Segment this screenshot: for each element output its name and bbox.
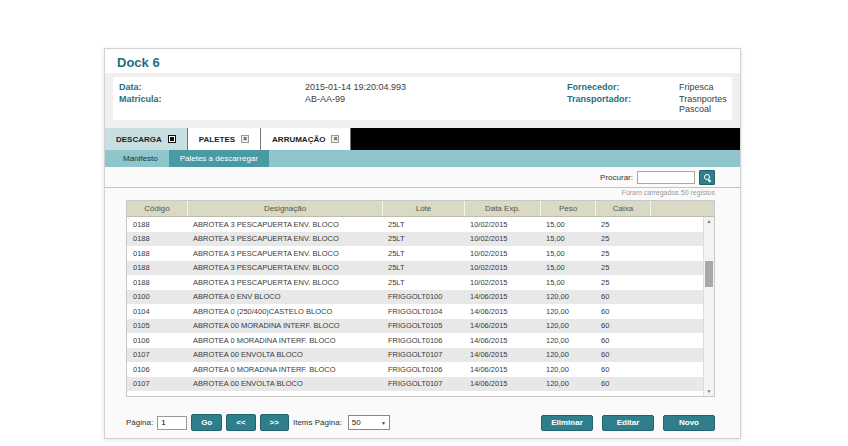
table-cell: 14/06/2015 (464, 307, 540, 316)
items-per-page-value: 50 (352, 418, 361, 427)
column-header-designacao[interactable]: Designação (187, 201, 382, 216)
table-cell: FRIGGOLT0106 (382, 336, 464, 345)
paletes-table: Código Designação Lote Data Exp. Peso Ca… (126, 200, 715, 397)
vertical-scrollbar[interactable]: ▲ ▼ (703, 217, 714, 396)
table-cell: 0104 (127, 307, 187, 316)
table-cell: FRIGGOLT0104 (382, 307, 464, 316)
column-header-codigo[interactable]: Código (127, 201, 187, 216)
page-number-input[interactable] (157, 416, 187, 430)
table-cell: FRIGGOLT0105 (382, 321, 464, 330)
table-row[interactable]: 0107ABROTEA 00 ENVOLTA BLOCOFRIGGOLT0107… (127, 348, 703, 363)
table-cell: 0100 (127, 292, 187, 301)
table-cell: 25 (595, 234, 650, 243)
scrollbar-thumb[interactable] (705, 261, 713, 287)
tab-paletes[interactable]: PALETES × (188, 128, 261, 150)
table-cell: ABROTEA 0 (250/400)CASTELO BLOCO (187, 307, 382, 316)
items-per-page-label: Items Página: (293, 418, 342, 427)
table-row[interactable]: 0104ABROTEA 0 (250/400)CASTELO BLOCOFRIG… (127, 304, 703, 319)
table-cell: 25LT (382, 220, 464, 229)
table-cell: 25 (595, 249, 650, 258)
column-header-data-exp[interactable]: Data Exp. (464, 201, 540, 216)
table-row[interactable]: 0110ABROTEA 0 MORADINA INTERF. BLOCOFRIG… (127, 391, 703, 396)
table-cell: 60 (595, 336, 650, 345)
tab-descarga[interactable]: DESCARGA (105, 128, 188, 150)
table-cell: 15,00 (540, 220, 595, 229)
table-cell: ABROTEA 00 ENVOLTA BLOCO (187, 379, 382, 388)
table-row[interactable]: 0188ABROTEA 3 PESCAPUERTA ENV. BLOCO25LT… (127, 275, 703, 290)
search-row: Procurar: (105, 167, 740, 188)
eliminar-button[interactable]: Eliminar (541, 415, 593, 431)
column-header-caixa[interactable]: Caixa (595, 201, 650, 216)
search-button[interactable] (699, 170, 715, 185)
column-header-filler (650, 201, 714, 216)
table-cell: ABROTEA 0 MORADINA INTERF. BLOCO (187, 394, 382, 396)
table-row[interactable]: 0188ABROTEA 3 PESCAPUERTA ENV. BLOCO25LT… (127, 246, 703, 261)
subtab-paletes-a-descarregar[interactable]: Paletes a descarregar (169, 150, 269, 167)
dock-window: Dock 6 Data: 2015-01-14 19:20:04.993 For… (104, 48, 741, 439)
table-cell: 0110 (127, 394, 187, 396)
editar-button[interactable]: Editar (602, 415, 654, 431)
subtab-bar: Manifesto Paletes a descarregar (105, 150, 740, 167)
scroll-down-icon[interactable]: ▼ (704, 387, 714, 396)
table-cell: 0188 (127, 263, 187, 272)
info-band: Data: 2015-01-14 19:20:04.993 Fornecedor… (105, 73, 740, 128)
table-cell: 120,00 (540, 365, 595, 374)
items-per-page-select[interactable]: 50 ▼ (348, 415, 390, 430)
table-row[interactable]: 0188ABROTEA 3 PESCAPUERTA ENV. BLOCO25LT… (127, 232, 703, 247)
table-cell: 0188 (127, 234, 187, 243)
table-row[interactable]: 0107ABROTEA 00 ENVOLTA BLOCOFRIGGOLT0107… (127, 377, 703, 392)
table-cell: 14/06/2015 (464, 321, 540, 330)
table-row[interactable]: 0188ABROTEA 3 PESCAPUERTA ENV. BLOCO25LT… (127, 217, 703, 232)
tab-arrumacao[interactable]: ARRUMAÇÃO × (261, 128, 351, 150)
go-button[interactable]: Go (191, 414, 222, 431)
info-panel: Data: 2015-01-14 19:20:04.993 Fornecedor… (113, 77, 732, 120)
table-cell: 0107 (127, 379, 187, 388)
table-row[interactable]: 0106ABROTEA 0 MORADINA INTERF. BLOCOFRIG… (127, 362, 703, 377)
next-page-button[interactable]: >> (260, 414, 289, 431)
table-cell: 25 (595, 263, 650, 272)
search-input[interactable] (637, 171, 695, 184)
table-cell: 120,00 (540, 350, 595, 359)
table-cell: 10/02/2015 (464, 249, 540, 258)
tabbar-filler (351, 128, 740, 150)
table-row[interactable]: 0188ABROTEA 3 PESCAPUERTA ENV. BLOCO25LT… (127, 261, 703, 276)
close-tab-icon[interactable]: × (241, 135, 249, 143)
table-cell: 0106 (127, 336, 187, 345)
table-cell: 14/06/2015 (464, 336, 540, 345)
table-cell: 25LT (382, 249, 464, 258)
page-label: Página: (126, 418, 153, 427)
subtab-manifesto[interactable]: Manifesto (112, 150, 169, 167)
column-header-lote[interactable]: Lote (382, 201, 464, 216)
dock-toggle-icon[interactable] (168, 135, 176, 143)
scroll-up-icon[interactable]: ▲ (704, 217, 714, 226)
table-cell: ABROTEA 0 MORADINA INTERF. BLOCO (187, 336, 382, 345)
table-cell: 0107 (127, 350, 187, 359)
table-cell: 60 (595, 350, 650, 359)
table-cell: 10/02/2015 (464, 263, 540, 272)
table-cell: 60 (595, 365, 650, 374)
previous-page-button[interactable]: << (226, 414, 255, 431)
table-cell: 120,00 (540, 307, 595, 316)
table-header-row: Código Designação Lote Data Exp. Peso Ca… (127, 201, 714, 217)
table-row[interactable]: 0106ABROTEA 0 MORADINA INTERF. BLOCOFRIG… (127, 333, 703, 348)
novo-button[interactable]: Novo (663, 415, 715, 431)
table-cell: ABROTEA 3 PESCAPUERTA ENV. BLOCO (187, 220, 382, 229)
table-cell: FRIGGOLT0106 (382, 365, 464, 374)
table-cell: 15,00 (540, 263, 595, 272)
transportador-label: Transportador: (567, 94, 679, 114)
content-panel: Procurar: Foram carregados 50 registos C… (105, 167, 740, 438)
table-cell: 10/02/2015 (464, 220, 540, 229)
table-row[interactable]: 0100ABROTEA 0 ENV BLOCOFRIGGOLT010014/06… (127, 290, 703, 305)
table-row[interactable]: 0105ABROTEA 00 MORADINA INTERF. BLOCOFRI… (127, 319, 703, 334)
table-body: 0188ABROTEA 3 PESCAPUERTA ENV. BLOCO25LT… (127, 217, 714, 396)
table-cell: 25 (595, 278, 650, 287)
table-cell: 120,00 (540, 336, 595, 345)
chevron-down-icon: ▼ (381, 420, 386, 426)
fornecedor-value: Fripesca (679, 82, 727, 92)
column-header-peso[interactable]: Peso (540, 201, 595, 216)
close-tab-icon[interactable]: × (331, 135, 339, 143)
table-cell: FRIGGOLT0107 (382, 350, 464, 359)
tab-paletes-label: PALETES (199, 135, 235, 144)
page-title: Dock 6 (105, 49, 740, 73)
table-cell: FRIGGOLT0100 (382, 292, 464, 301)
